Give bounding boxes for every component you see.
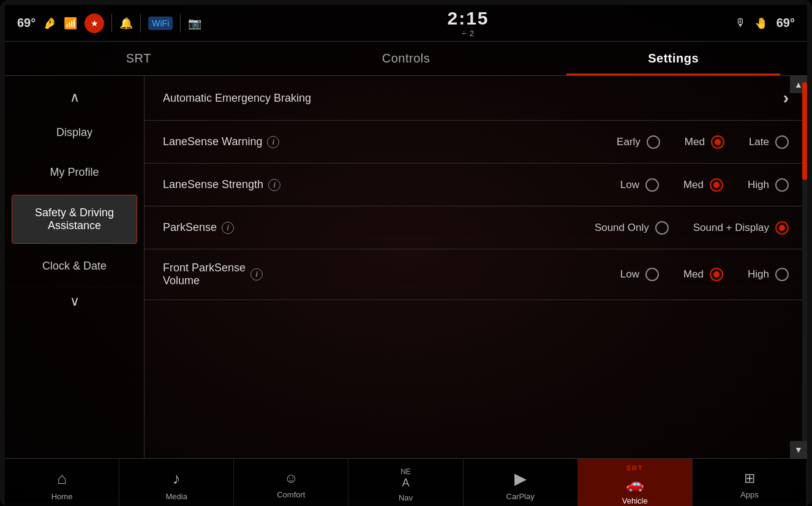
lanesense-strength-info-icon[interactable]: i: [268, 179, 280, 191]
sidebar-item-myprofile[interactable]: My Profile: [12, 155, 137, 190]
tab-bar: SRT Controls Settings: [5, 42, 807, 76]
lanesense-warning-options: Early Med Late: [617, 135, 789, 149]
divider-2: [140, 14, 141, 32]
nav-media[interactable]: ♪ Media: [119, 459, 234, 506]
carplay-label: CarPlay: [506, 492, 535, 501]
lanesense-strength-high[interactable]: High: [748, 178, 789, 192]
vehicle-label: Vehicle: [622, 496, 648, 505]
nav-comfort[interactable]: ☺ Comfort: [234, 459, 348, 506]
carplay-icon: ▶: [514, 469, 527, 488]
status-center: 2:15 ÷ 2: [447, 8, 489, 38]
parksense-info-icon[interactable]: i: [222, 222, 234, 234]
scrollbar-track: ▲ ▼: [802, 76, 807, 458]
nav-home[interactable]: ⌂ Home: [5, 459, 119, 506]
parksense-label: ParkSense i: [163, 221, 310, 234]
temp-right: 69°: [776, 16, 795, 30]
aeb-row[interactable]: Automatic Emergency Braking ›: [145, 76, 807, 121]
nav-nav[interactable]: NE A Nav: [348, 459, 463, 506]
nav-apps[interactable]: ⊞ Apps: [693, 459, 807, 506]
tab-settings[interactable]: Settings: [539, 42, 807, 75]
vehicle-srt-label: SRT: [626, 464, 644, 472]
lanesense-warning-early-radio[interactable]: [647, 135, 660, 149]
front-parksense-info-icon[interactable]: i: [250, 268, 263, 281]
lanesense-warning-med[interactable]: Med: [685, 135, 724, 149]
nav-carplay[interactable]: ▶ CarPlay: [464, 459, 578, 506]
tab-srt[interactable]: SRT: [5, 42, 273, 75]
hand-right-icon: 🤚: [754, 17, 768, 30]
front-parksense-volume-label: Front ParkSenseVolume i: [163, 262, 310, 287]
lanesense-strength-low[interactable]: Low: [620, 178, 659, 192]
parksense-sound-only-radio[interactable]: [655, 221, 669, 235]
sidebar-item-clock[interactable]: Clock & Date: [12, 249, 137, 284]
comfort-label: Comfort: [277, 490, 305, 499]
home-icon: ⌂: [57, 469, 67, 488]
parksense-row: ParkSense i Sound Only Sound + Display: [145, 206, 807, 249]
parksense-sound-display[interactable]: Sound + Display: [693, 221, 789, 235]
front-parksense-low-radio[interactable]: [645, 268, 659, 281]
bell-icon[interactable]: 🔔: [119, 17, 133, 30]
divider-3: [180, 14, 181, 32]
scroll-down-arrow[interactable]: ▼: [790, 441, 807, 458]
front-parksense-low[interactable]: Low: [620, 268, 659, 281]
lanesense-strength-options: Low Med High: [620, 178, 789, 192]
lanesense-strength-row: LaneSense Strength i Low Med High: [145, 164, 807, 206]
lanesense-warning-early[interactable]: Early: [617, 135, 660, 149]
comfort-icon: ☺: [284, 470, 298, 486]
aeb-label: Automatic Emergency Braking: [163, 92, 311, 105]
lanesense-warning-row: LaneSense Warning i Early Med Late: [145, 121, 807, 164]
lanesense-warning-med-radio[interactable]: [711, 135, 724, 149]
time-display: 2:15: [447, 8, 489, 29]
temp-left: 69°: [17, 16, 36, 30]
bottom-nav: ⌂ Home ♪ Media ☺ Comfort NE A Nav ▶ CarP…: [5, 458, 807, 506]
lanesense-strength-label: LaneSense Strength i: [163, 178, 310, 191]
vehicle-icon: 🚗: [626, 475, 644, 493]
status-bar: 69° 🤌 📶 ★ 🔔 WiFi 📷 2:15 ÷ 2 🎙 🤚 69°: [5, 5, 807, 42]
lanesense-warning-late-radio[interactable]: [775, 135, 789, 149]
divider-1: [111, 14, 112, 32]
lanesense-strength-med-radio[interactable]: [710, 178, 723, 192]
aeb-arrow-icon: ›: [783, 88, 789, 108]
lanesense-strength-low-radio[interactable]: [645, 178, 659, 192]
lanesense-warning-info-icon[interactable]: i: [267, 136, 279, 148]
status-right: 🎙 🤚 69°: [735, 16, 795, 30]
front-parksense-high-radio[interactable]: [775, 268, 789, 281]
scrollbar-thumb[interactable]: [802, 82, 807, 180]
sidebar-item-safety[interactable]: Safety & Driving Assistance: [12, 195, 137, 244]
front-parksense-high[interactable]: High: [748, 268, 789, 281]
front-parksense-med-radio[interactable]: [710, 268, 723, 281]
media-icon: ♪: [173, 469, 181, 488]
time-sub: ÷ 2: [462, 29, 475, 38]
main-content: ∧ Display My Profile Safety & Driving As…: [5, 76, 807, 458]
front-parksense-med[interactable]: Med: [683, 268, 723, 281]
apps-icon: ⊞: [744, 470, 755, 486]
nav-label: Nav: [399, 493, 413, 502]
nav-vehicle[interactable]: SRT 🚗 Vehicle: [578, 459, 693, 506]
nav-ne-label: NE: [400, 467, 411, 476]
signal-icon: 📶: [64, 17, 77, 30]
front-parksense-volume-row: Front ParkSenseVolume i Low Med High: [145, 249, 807, 300]
sidebar-up-arrow[interactable]: ∧: [5, 82, 144, 113]
lanesense-strength-high-radio[interactable]: [775, 178, 789, 192]
front-parksense-volume-options: Low Med High: [620, 268, 789, 281]
media-label: Media: [166, 492, 187, 501]
sidebar-down-arrow[interactable]: ∨: [5, 286, 144, 317]
main-screen: 69° 🤌 📶 ★ 🔔 WiFi 📷 2:15 ÷ 2 🎙 🤚 69° SRT …: [0, 0, 812, 506]
parksense-options: Sound Only Sound + Display: [595, 221, 789, 235]
camera-icon[interactable]: 📷: [188, 17, 201, 30]
home-label: Home: [51, 492, 73, 501]
tab-controls[interactable]: Controls: [273, 42, 540, 75]
mic-icon[interactable]: 🎙: [735, 17, 746, 29]
lanesense-warning-late[interactable]: Late: [749, 135, 789, 149]
sidebar: ∧ Display My Profile Safety & Driving As…: [5, 76, 145, 458]
settings-panel: Automatic Emergency Braking › LaneSense …: [145, 76, 807, 458]
lanesense-strength-med[interactable]: Med: [683, 178, 723, 192]
wifi-icon: WiFi: [148, 17, 173, 30]
nav-compass-stack: NE A: [400, 467, 411, 489]
sidebar-item-display[interactable]: Display: [12, 115, 137, 150]
nav-compass-icon: A: [402, 477, 409, 489]
status-left: 69° 🤌 📶 ★ 🔔 WiFi 📷: [17, 13, 201, 33]
parksense-sound-display-radio[interactable]: [775, 221, 789, 235]
hand-icon: 🤌: [43, 17, 56, 30]
apps-label: Apps: [740, 490, 759, 499]
parksense-sound-only[interactable]: Sound Only: [595, 221, 669, 235]
